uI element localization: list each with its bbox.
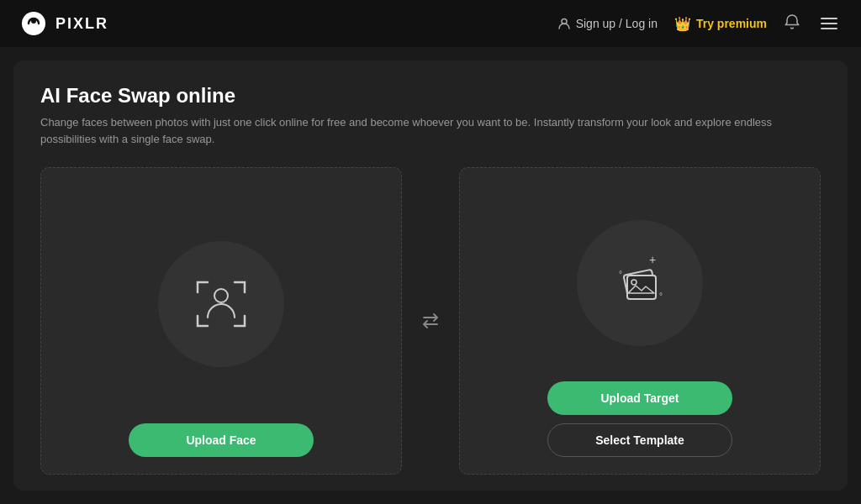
notification-bell-icon[interactable] (784, 13, 800, 34)
page-description: Change faces between photos with just on… (40, 114, 797, 147)
nav-actions: Sign up / Log in 👑 Try premium (557, 13, 841, 34)
face-icon-circle (158, 241, 284, 367)
svg-text:+: + (649, 253, 656, 266)
target-icon-circle: + ° ° (577, 220, 703, 346)
target-panel-buttons: Upload Target Select Template (477, 381, 803, 457)
premium-label: Try premium (696, 17, 767, 30)
crown-icon: 👑 (674, 16, 691, 32)
svg-text:°: ° (619, 270, 622, 279)
face-scan-icon (188, 270, 255, 338)
page-title: AI Face Swap online (40, 84, 821, 108)
logo-text: PIXLR (55, 15, 108, 33)
premium-button[interactable]: 👑 Try premium (674, 16, 767, 32)
panels-container: Upload Face + ° ° (40, 167, 821, 475)
face-panel-buttons: Upload Face (58, 423, 384, 457)
svg-text:°: ° (659, 291, 663, 301)
select-template-button[interactable]: Select Template (547, 423, 732, 457)
target-upload-panel: + ° ° Upload Target Se (459, 167, 821, 475)
hamburger-menu-icon[interactable] (817, 14, 841, 33)
template-icon: + ° ° (602, 245, 678, 321)
swap-arrows-icon (419, 309, 442, 333)
pixlr-logo-icon (20, 10, 47, 37)
face-upload-panel: Upload Face (40, 167, 402, 475)
signup-button[interactable]: Sign up / Log in (557, 17, 658, 30)
upload-face-button[interactable]: Upload Face (129, 423, 314, 457)
face-icon-area (58, 185, 384, 423)
user-icon (557, 17, 571, 30)
navbar: PIXLR Sign up / Log in 👑 Try premium (0, 0, 861, 47)
upload-target-button[interactable]: Upload Target (547, 381, 732, 415)
signup-label: Sign up / Log in (576, 17, 658, 30)
main-content: AI Face Swap online Change faces between… (13, 60, 848, 491)
svg-rect-8 (627, 276, 656, 299)
target-icon-area: + ° ° (477, 185, 803, 381)
svg-point-1 (31, 18, 36, 24)
svg-point-3 (214, 289, 228, 302)
nav-brand: PIXLR (20, 10, 108, 37)
